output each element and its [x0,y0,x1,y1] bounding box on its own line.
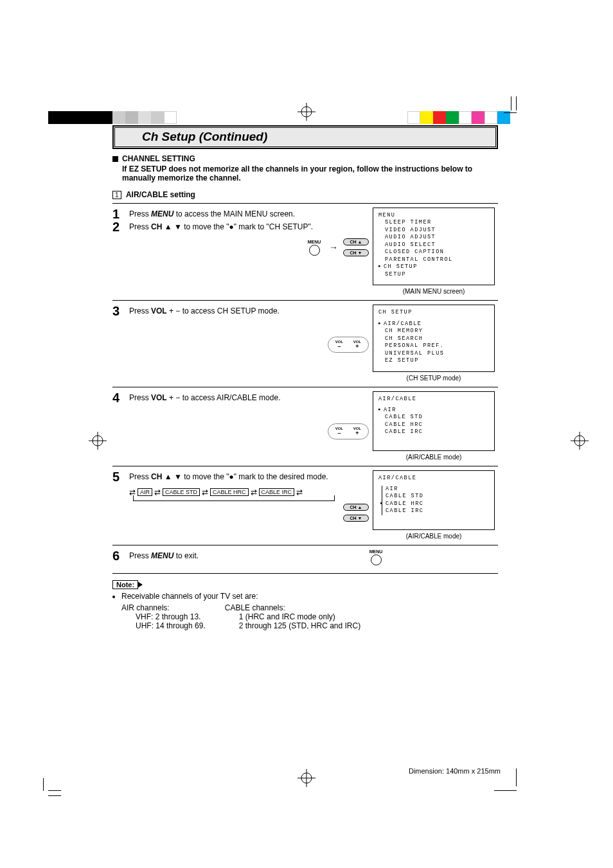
swap-icon: ⇄ [154,488,161,496]
step-text: Press VOL + − to access AIR/CABLE mode. [129,391,280,403]
subsection-number: 1 [112,191,121,199]
step-row: 3 Press VOL + − to access CH SETUP mode. [112,305,373,317]
step-text: Press MENU to exit. [129,549,199,561]
step-group: 6 Press MENU to exit. MENU [112,545,498,574]
key-illustration: VOL– VOL+ [112,423,373,439]
step-number: 3 [112,305,129,317]
step-number: 6 [112,549,129,562]
step-group: 5 Press CH ▲ ▼ to move the "●" mark to t… [112,466,498,545]
key-illustration: VOL– VOL+ [112,337,373,353]
note-col-air: AIR channels: VHF: 2 through 13. UHF: 14… [121,603,206,630]
key-illustration: CH ▲ CH ▼ [112,504,373,522]
swap-icon: ⇄ [251,488,257,496]
menu-button-icon: MENU [305,240,324,256]
step-text: Press CH ▲ ▼ to move the "●" mark to "CH… [129,220,313,232]
crop-mark-icon [491,96,517,112]
ch-down-button-icon: CH ▼ [343,249,369,256]
osd-screen-chsetup: CH SETUP AIR/CABLE CH MEMORY CH SEARCH P… [373,305,495,371]
note-lead: Receivable channels of your TV set are: [121,592,498,601]
intro-heading: CHANNEL SETTING [122,154,195,163]
note-block: Note: Receivable channels of your TV set… [112,580,498,630]
ch-up-button-icon: CH ▲ [343,504,369,511]
step-group: 4 Press VOL + − to access AIR/CABLE mode… [112,387,498,466]
step-group: 1 Press MENU to access the MAIN MENU scr… [112,203,498,300]
step-number: 5 [112,470,129,483]
color-bars-left [48,100,177,125]
section-title-bar: Ch Setup (Continued) [112,125,498,149]
screen-caption: (AIR/CABLE mode) [373,454,495,461]
step-number: 1 [112,208,129,220]
vol-buttons-icon: VOL– VOL+ [328,423,369,439]
step-row: 6 Press MENU to exit. [112,549,373,562]
ch-up-button-icon: CH ▲ [343,238,369,245]
subsection-header: 1 AIR/CABLE setting [112,190,498,199]
steps-list: 1 Press MENU to access the MAIN MENU scr… [112,203,498,574]
ch-down-button-icon: CH ▼ [343,515,369,522]
vol-buttons-icon: VOL– VOL+ [328,337,369,353]
intro-block: CHANNEL SETTING If EZ SETUP does not mem… [112,154,498,182]
screen-caption: (CH SETUP mode) [373,375,495,382]
step-row: 4 Press VOL + − to access AIR/CABLE mode… [112,391,373,404]
swap-icon: ⇄ [202,488,208,496]
key-illustration: MENU → CH ▲ CH ▼ [112,238,373,256]
step-row: 1 Press MENU to access the MAIN MENU scr… [112,208,373,220]
intro-subtext: If EZ SETUP does not memorize all the ch… [122,164,498,182]
page-content: Ch Setup (Continued) CHANNEL SETTING If … [112,125,498,630]
osd-screen-aircable: AIR/CABLE AIR CABLE STD CABLE HRC CABLE … [373,470,495,530]
mode-cycle-diagram: ⇄ AIR ⇄ CABLE STD ⇄ CABLE HRC ⇄ CABLE IR… [129,488,373,496]
registration-mark-icon [571,432,589,450]
step-number: 4 [112,391,129,404]
osd-screen-aircable: AIR/CABLE AIR CABLE STD CABLE HRC CABLE … [373,391,495,451]
chevron-right-icon [138,581,143,588]
subsection-label: AIR/CABLE setting [126,190,195,199]
note-label: Note: [112,580,138,589]
square-bullet-icon [112,156,118,162]
step-row: 2 Press CH ▲ ▼ to move the "●" mark to "… [112,220,373,233]
dimension-footer: Dimension: 140mm x 215mm [409,767,501,775]
screen-caption: (AIR/CABLE mode) [373,533,495,540]
step-text: Press CH ▲ ▼ to move the "●" mark to the… [129,470,328,482]
section-title: Ch Setup (Continued) [114,127,496,147]
cycle-line-icon [133,495,335,501]
step-text: Press MENU to access the MAIN MENU scree… [129,208,295,219]
menu-button-icon: MENU [366,549,386,565]
step-group: 3 Press VOL + − to access CH SETUP mode.… [112,300,498,386]
arrow-right-icon: → [329,242,338,252]
step-text: Press VOL + − to access CH SETUP mode. [129,305,280,316]
step-number: 2 [112,220,129,233]
registration-mark-icon [298,769,315,787]
registration-mark-icon [298,103,315,121]
note-col-cable: CABLE channels: 1 (HRC and IRC mode only… [225,603,360,630]
swap-icon: ⇄ [296,488,303,496]
swap-icon: ⇄ [129,488,136,496]
osd-screen-menu: MENU SLEEP TIMER VIDEO ADJUST AUDIO ADJU… [373,208,495,285]
screen-caption: (MAIN MENU screen) [373,288,495,295]
registration-mark-icon [89,432,107,450]
step-row: 5 Press CH ▲ ▼ to move the "●" mark to t… [112,470,373,483]
crop-mark-icon [48,775,74,791]
